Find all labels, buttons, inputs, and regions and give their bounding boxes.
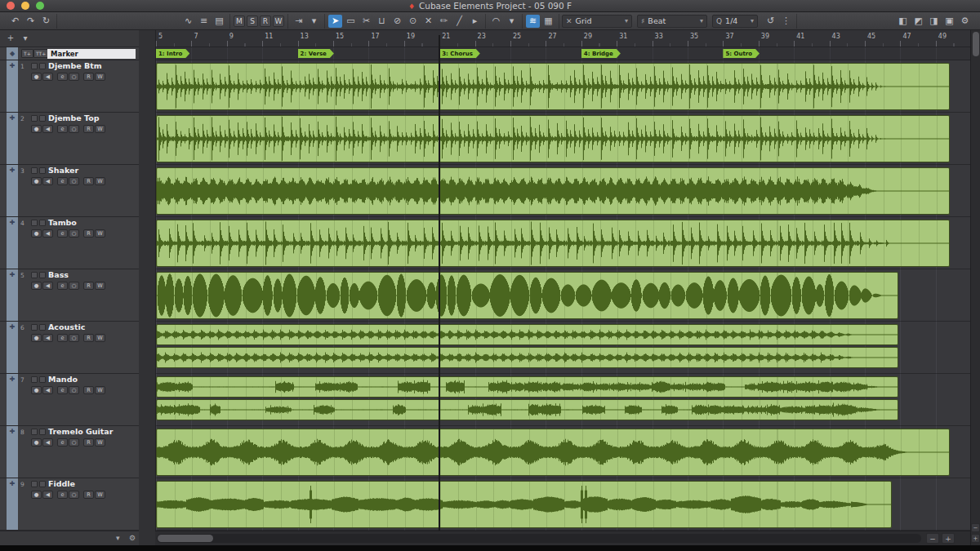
insert-state-button[interactable]: ○ [69,491,79,499]
track-row-mando[interactable]: ✚7Mando●◀e○RW [0,374,139,426]
track-mute-button[interactable] [31,115,38,122]
audio-event-tremelo-guitar[interactable] [156,429,950,476]
range-selection-tool[interactable]: ▭ [344,15,358,28]
write-automation-button[interactable]: W [95,438,105,447]
track-solo-button[interactable] [39,324,46,331]
track-mute-button[interactable] [31,220,38,226]
write-automation-button[interactable]: W [95,73,105,81]
vertical-scrollbar-thumb[interactable] [973,32,979,56]
marker-lane[interactable]: 1: Intro2: Verse3: Chorus4: Bridge5: Out… [156,47,970,60]
track-solo-button[interactable] [39,220,46,226]
write-automation-button[interactable]: W [95,177,105,185]
audio-event-djembe-top[interactable] [156,115,950,162]
read-all-button[interactable]: R [260,16,271,27]
edit-channel-button[interactable]: e [57,177,68,185]
read-automation-button[interactable]: R [83,229,94,238]
write-all-button[interactable]: W [273,16,284,27]
horizontal-zoom-in-button[interactable]: + [942,533,955,544]
split-tool[interactable]: ✂ [359,15,373,28]
info-line-icon[interactable]: ≡ [197,15,211,28]
track-solo-button[interactable] [39,167,46,174]
audio-event-shaker[interactable] [156,167,950,215]
track-row-shaker[interactable]: ✚3Shaker●◀e○RW [0,165,139,217]
edit-channel-button[interactable]: e [57,438,68,447]
horizontal-zoom-out-button[interactable]: − [926,533,939,544]
track-mute-button[interactable] [31,376,38,383]
record-arm-button[interactable]: ● [31,438,42,447]
lower-zone-icon[interactable]: ◩ [911,15,925,28]
line-tool[interactable]: ╱ [452,15,466,28]
read-automation-button[interactable]: R [83,334,94,342]
write-automation-button[interactable]: W [95,282,105,290]
redo-icon[interactable]: ↷ [24,15,38,28]
track-solo-button[interactable] [39,376,46,383]
monitor-button[interactable]: ◀ [42,386,53,394]
track-row-tremelo-guitar[interactable]: ✚8Tremelo Guitar●◀e○RW [0,426,139,478]
edit-channel-button[interactable]: e [57,491,68,499]
play-tool[interactable]: ▸ [468,15,482,28]
track-solo-button[interactable] [39,115,46,122]
read-automation-button[interactable]: R [83,177,94,185]
track-mute-button[interactable] [31,272,38,278]
iterative-quantize-icon[interactable]: ↺ [764,15,777,28]
settings-gear-icon[interactable]: ⚙ [958,15,972,28]
edit-channel-button[interactable]: e [57,386,68,394]
channel-settings-icon[interactable]: ▤ [212,15,226,28]
insert-state-button[interactable]: ○ [69,386,79,394]
mute-all-button[interactable]: M [234,16,245,27]
horizontal-scrollbar-thumb[interactable] [158,535,213,542]
record-arm-button[interactable]: ● [31,125,42,133]
track-mute-button[interactable] [31,429,38,435]
autoscroll-options-icon[interactable]: ▾ [307,15,321,28]
horizontal-scrollbar[interactable] [157,534,921,543]
track-solo-button[interactable] [39,481,46,487]
track-row-djembe-btm[interactable]: ✚1Djembe Btm●◀e○RW [0,60,139,113]
vertical-zoom-out-button[interactable]: − [971,523,980,532]
record-arm-button[interactable]: ● [31,177,42,185]
track-list-settings-icon[interactable]: ⚙ [129,534,136,542]
record-arm-button[interactable]: ● [31,334,42,342]
marker-flag-4-bridge[interactable]: 4: Bridge [581,49,621,58]
edit-history-icon[interactable]: ↻ [39,15,53,28]
insert-state-button[interactable]: ○ [69,125,79,133]
edit-channel-button[interactable]: e [57,334,68,342]
grid-value-dropdown[interactable]: ♯Beat▾ [637,15,707,28]
monitor-button[interactable]: ◀ [42,334,53,342]
monitor-button[interactable]: ◀ [42,438,53,447]
marker-flag-2-verse[interactable]: 2: Verse [298,49,334,58]
quantize-dropdown[interactable]: Q1/4▾ [712,15,758,28]
edit-channel-button[interactable]: e [57,125,68,133]
insert-state-button[interactable]: ○ [69,282,79,290]
vertical-scroll-zone[interactable]: − + [970,30,980,545]
insert-state-button[interactable]: ○ [69,177,79,185]
insert-state-button[interactable]: ○ [69,334,79,342]
playhead[interactable] [439,35,440,531]
read-automation-button[interactable]: R [83,282,94,290]
record-arm-button[interactable]: ● [31,491,42,499]
arrange-area[interactable]: 5791113151719212325272931333537394143454… [155,30,970,531]
track-scale-dropdown-icon[interactable]: ▾ [116,534,120,542]
read-automation-button[interactable]: R [83,438,94,447]
solo-all-button[interactable]: S [247,16,258,27]
read-automation-button[interactable]: R [83,386,94,394]
insert-state-button[interactable]: ○ [69,438,79,447]
write-automation-button[interactable]: W [95,386,105,394]
event-display[interactable] [156,60,970,531]
erase-tool[interactable]: ⊘ [390,15,404,28]
monitor-button[interactable]: ◀ [42,282,53,290]
record-arm-button[interactable]: ● [31,73,42,81]
read-automation-button[interactable]: R [83,491,94,499]
audio-event-fiddle[interactable] [156,481,892,528]
read-automation-button[interactable]: R [83,125,94,133]
audio-event-bass[interactable] [156,272,898,319]
left-zone-icon[interactable]: ◧ [896,15,910,28]
fade-options-icon[interactable]: ▾ [505,15,519,28]
mute-tool[interactable]: ✕ [421,15,435,28]
snap-type-icon[interactable]: ▦ [541,15,555,28]
track-mute-button[interactable] [31,324,38,331]
insert-state-button[interactable]: ○ [69,229,79,238]
glue-tool[interactable]: ⊔ [375,15,389,28]
write-automation-button[interactable]: W [95,491,105,499]
track-mute-button[interactable] [31,481,38,487]
track-solo-button[interactable] [39,272,46,278]
